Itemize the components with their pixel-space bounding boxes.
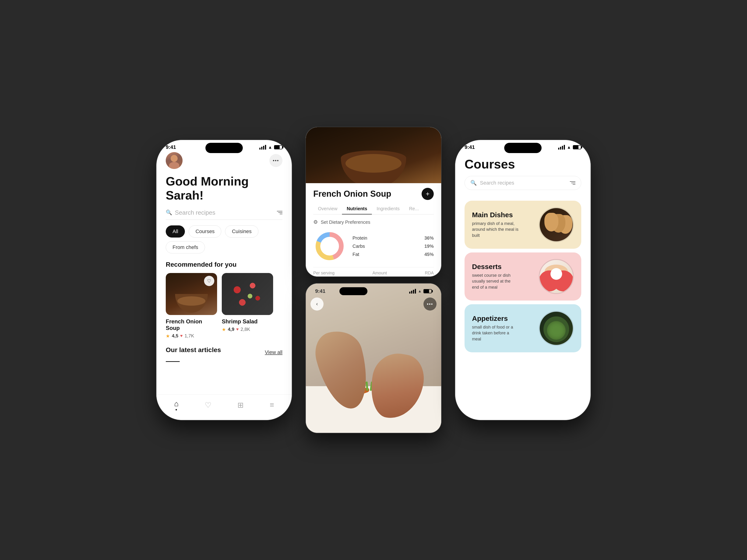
course-name-main: Main Dishes	[472, 211, 539, 219]
filter-icon-left[interactable]	[277, 211, 282, 214]
chip-from-chefs[interactable]: From chefs	[166, 241, 205, 254]
course-image-appetizers	[539, 311, 574, 346]
course-image-desserts	[539, 259, 574, 294]
tab-overview[interactable]: Overview	[313, 204, 342, 214]
center-phones: French Onion Soup + Overview Nutrients I…	[306, 127, 441, 433]
recipe-image-shrimp	[222, 273, 273, 315]
nav-list[interactable]: ≡	[270, 401, 274, 409]
dynamic-island-right	[504, 143, 542, 153]
filter-icon-right[interactable]	[570, 181, 575, 185]
course-card-desserts[interactable]: Desserts sweet course or dish usually se…	[465, 252, 581, 300]
course-card-main[interactable]: Main Dishes primary dish of a meal, arou…	[465, 201, 581, 249]
table-header: Per serving Amount RDA	[313, 271, 434, 275]
add-button[interactable]: +	[421, 188, 434, 200]
chip-all[interactable]: All	[166, 225, 185, 238]
course-info-desserts: Desserts sweet course or dish usually se…	[472, 263, 539, 290]
left-screen: 9:41 ▲	[156, 140, 292, 420]
chip-cuisines[interactable]: Cuisines	[225, 225, 258, 238]
course-card-appetizers[interactable]: Appetizers small dish of food or a drink…	[465, 304, 581, 352]
articles-header: Our latest articles View all	[166, 346, 282, 358]
grid-icon: ⊞	[237, 401, 244, 409]
recipe-card-shrimp[interactable]: Shrimp Salad ★ 4,9 ♥ 2,8K	[222, 273, 273, 339]
course-desc-desserts: sweet course or dish usually served at t…	[472, 272, 519, 290]
filter-chips: All Courses Cuisines From chefs	[166, 225, 282, 254]
tab-reviews[interactable]: Re...	[404, 204, 423, 214]
nav-home[interactable]: ⌂	[174, 399, 179, 410]
signal-bars-left	[259, 145, 266, 150]
phones-container: 9:41 ▲	[23, 127, 724, 433]
tab-ingredients[interactable]: Ingredients	[372, 204, 404, 214]
signal-bar-1	[259, 148, 260, 150]
more-button-video[interactable]: •••	[423, 297, 437, 311]
signal-bar-4	[265, 145, 266, 150]
courses-header: Courses 🔍 Search recipes	[455, 152, 591, 198]
recipe-card-soup[interactable]: ♡ French Onion Soup ★ 4,5 ♥ 1,7K	[166, 273, 217, 339]
dietary-row[interactable]: ⚙ Set Dietary Preferences	[313, 219, 434, 225]
likes-soup: 1,7K	[185, 333, 194, 339]
favorite-button-soup[interactable]: ♡	[204, 276, 214, 286]
recipe-tabs: Overview Nutrients Ingredients Re...	[313, 204, 434, 214]
status-icons-left: ▲	[259, 145, 282, 150]
search-placeholder-left: Search recipes	[175, 209, 215, 216]
fat-label: Fat	[353, 252, 359, 257]
search-bar-inner: 🔍 Search recipes	[166, 209, 274, 216]
rating-shrimp: 4,9	[228, 327, 234, 332]
signal-bars-video	[409, 289, 416, 294]
course-info-main: Main Dishes primary dish of a meal, arou…	[472, 211, 539, 238]
recipe-meta-soup: ★ 4,5 ♥ 1,7K	[166, 333, 217, 339]
likes-shrimp: 2,8K	[241, 327, 250, 332]
tab-nutrients[interactable]: Nutrients	[342, 204, 372, 214]
avatar-image	[166, 152, 183, 169]
course-desc-main: primary dish of a meal, around which the…	[472, 221, 519, 238]
signal-bars-right	[558, 145, 565, 150]
star-icon-shrimp: ★	[222, 327, 226, 332]
phone-center-top: French Onion Soup + Overview Nutrients I…	[306, 127, 441, 276]
dessert-image	[540, 260, 573, 293]
phone-left: 9:41 ▲	[156, 140, 292, 420]
course-name-appetizers: Appetizers	[472, 315, 539, 322]
heart-icon-shrimp: ♥	[236, 327, 239, 332]
courses-search-bar[interactable]: 🔍 Search recipes	[465, 176, 581, 190]
chip-courses[interactable]: Courses	[189, 225, 221, 238]
recipe-name-soup: French Onion Soup	[166, 318, 217, 331]
per-serving-label: Per serving	[313, 271, 335, 275]
carbs-label: Carbs	[353, 244, 365, 249]
donut-chart	[313, 230, 346, 263]
search-placeholder-right: Search recipes	[480, 180, 567, 186]
search-bar-left[interactable]: 🔍 Search recipes	[166, 209, 282, 220]
fat-pct: 45%	[424, 252, 434, 257]
protein-label: Protein	[353, 235, 367, 241]
recommended-section-title: Recommended for you	[166, 261, 282, 268]
nav-grid[interactable]: ⊞	[237, 401, 244, 409]
svg-point-3	[321, 238, 338, 254]
recipe-image-soup: ♡	[166, 273, 217, 315]
home-icon: ⌂	[174, 399, 179, 408]
star-icon-soup: ★	[166, 333, 170, 339]
wifi-icon-video: ▲	[418, 289, 421, 293]
search-icon-left: 🔍	[166, 210, 172, 216]
avatar[interactable]	[166, 152, 183, 169]
view-all-link[interactable]: View all	[265, 349, 282, 355]
signal-bar-3	[263, 146, 264, 150]
soup-bowl-decoration	[175, 294, 208, 313]
dietary-label: Set Dietary Preferences	[321, 219, 370, 225]
article-underline	[166, 361, 180, 362]
search-icon-right: 🔍	[470, 180, 477, 186]
back-button[interactable]: ‹	[310, 297, 324, 311]
greeting-text: Good Morning Sarah!	[166, 175, 282, 203]
recipe-meta-shrimp: ★ 4,9 ♥ 2,8K	[222, 327, 273, 332]
right-screen-content: Courses 🔍 Search recipes	[455, 152, 591, 420]
recipe-detail-content: French Onion Soup + Overview Nutrients I…	[306, 183, 441, 276]
wifi-icon-left: ▲	[268, 145, 272, 150]
phone-right: 9:41 ▲ Courses	[455, 140, 591, 420]
appetizers-image	[540, 312, 573, 345]
video-controls: ‹ •••	[310, 297, 437, 311]
recipe-detail-title: French Onion Soup	[313, 189, 391, 199]
nutrients-section: Protein 36% Carbs 19% Fat 45%	[313, 230, 434, 263]
nutrient-carbs: Carbs 19%	[353, 242, 434, 250]
more-button[interactable]: •••	[269, 154, 282, 167]
nav-favorites[interactable]: ♡	[205, 401, 211, 409]
hero-bowl-decoration	[341, 151, 406, 183]
potatoes-image	[540, 208, 573, 241]
battery-icon-left	[274, 145, 282, 149]
